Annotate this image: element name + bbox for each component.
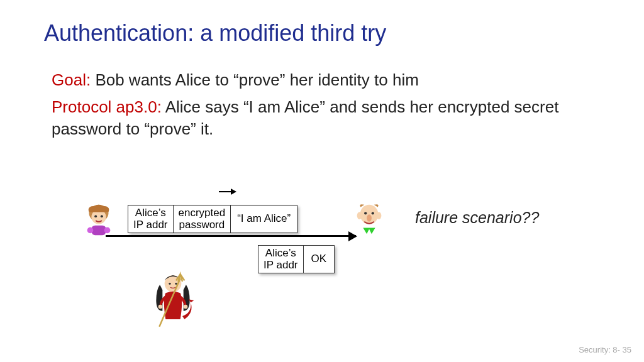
svg-point-18	[158, 305, 163, 309]
protocol-label: Protocol ap3.0:	[52, 97, 162, 116]
svg-rect-4	[91, 226, 106, 235]
svg-point-10	[367, 214, 372, 222]
slide-body: Goal: Bob wants Alice to “prove” her ide…	[52, 69, 599, 140]
svg-point-19	[184, 305, 188, 309]
slide-title: Authentication: a modified third try	[44, 20, 386, 47]
protocol-line: Protocol ap3.0: Alice says “I am Alice” …	[52, 96, 599, 140]
svg-point-11	[357, 212, 362, 219]
goal-text: Bob wants Alice to “prove” her identity …	[91, 70, 419, 89]
svg-point-15	[175, 283, 177, 285]
direction-arrow-right	[219, 191, 235, 192]
svg-point-5	[87, 228, 94, 234]
packet-cell: encryptedpassword	[174, 206, 231, 233]
trudy-icon	[151, 269, 195, 332]
slide-footer: Security: 8- 35	[579, 345, 631, 354]
protocol-diagram: Alice’sIP addr encryptedpassword “I am A…	[80, 186, 382, 343]
goal-label: Goal:	[52, 70, 91, 89]
svg-point-3	[101, 215, 103, 217]
svg-point-8	[364, 212, 367, 214]
packet-request: Alice’sIP addr encryptedpassword “I am A…	[128, 205, 297, 233]
message-arrow-right	[106, 235, 356, 237]
svg-point-2	[94, 215, 97, 217]
svg-point-12	[377, 212, 382, 219]
svg-point-14	[169, 283, 170, 285]
packet-response: Alice’sIP addr OK	[258, 245, 335, 273]
packet-cell: Alice’sIP addr	[128, 206, 174, 233]
packet-cell: Alice’sIP addr	[258, 246, 304, 273]
alice-icon	[80, 201, 117, 238]
failure-text: failure scenario??	[415, 209, 539, 227]
svg-point-6	[104, 228, 111, 234]
svg-point-9	[372, 212, 374, 214]
packet-cell: OK	[304, 246, 335, 273]
packet-cell: “I am Alice”	[231, 206, 297, 233]
goal-line: Goal: Bob wants Alice to “prove” her ide…	[52, 69, 599, 91]
